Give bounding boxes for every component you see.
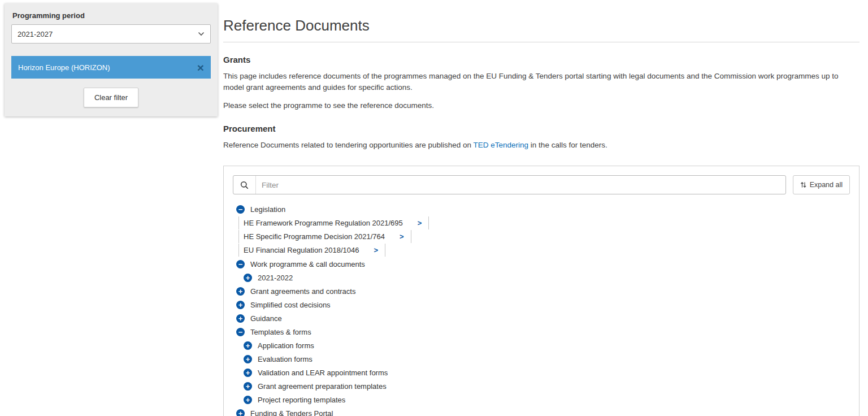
plus-circle-icon[interactable]: +	[244, 341, 252, 350]
doc-label: HE Specific Programme Decision 2021/764	[244, 232, 393, 241]
selected-programme-chip[interactable]: Horizon Europe (HORIZON) ×	[11, 56, 211, 79]
tree-node-label: Application forms	[258, 341, 314, 350]
tree-node-grant-agreements[interactable]: + Grant agreements and contracts	[236, 284, 850, 298]
tree-node-grant-prep-templates[interactable]: + Grant agreement preparation templates	[244, 379, 850, 393]
expand-all-icon	[800, 181, 806, 188]
minus-circle-icon[interactable]: −	[236, 205, 245, 214]
tree-node-project-reporting-templates[interactable]: + Project reporting templates	[244, 393, 850, 406]
procurement-text-after: in the calls for tenders.	[528, 141, 607, 149]
tree-node-application-forms[interactable]: + Application forms	[244, 339, 850, 352]
search-button[interactable]	[233, 176, 256, 194]
reference-documents-panel: Expand all − Legislation HE Framework Pr…	[223, 166, 860, 416]
tree-node-legislation[interactable]: − Legislation	[236, 202, 850, 216]
programming-period-value: 2021-2027	[18, 30, 53, 38]
tree-node-label: Project reporting templates	[258, 396, 345, 404]
tree-node-validation-lear-forms[interactable]: + Validation and LEAR appointment forms	[244, 366, 850, 379]
plus-circle-icon[interactable]: +	[236, 301, 245, 309]
tree-doc-he-specific-decision[interactable]: HE Specific Programme Decision 2021/764 …	[238, 230, 850, 243]
plus-circle-icon[interactable]: +	[244, 396, 252, 404]
tree-node-label: Legislation	[250, 205, 285, 214]
page-title: Reference Documents	[223, 17, 860, 34]
tree-node-work-programme[interactable]: − Work programme & call documents	[236, 257, 850, 271]
expand-all-label: Expand all	[810, 181, 843, 189]
tree-node-evaluation-forms[interactable]: + Evaluation forms	[244, 352, 850, 366]
doc-label: HE Framework Programme Regulation 2021/6…	[244, 219, 411, 227]
plus-circle-icon[interactable]: +	[244, 274, 252, 282]
plus-circle-icon[interactable]: +	[244, 355, 252, 363]
tree-node-label: 2021-2022	[258, 274, 293, 282]
tree-node-label: Work programme & call documents	[250, 260, 365, 268]
main-content: Reference Documents Grants This page inc…	[223, 17, 860, 416]
chevron-right-icon[interactable]: >	[367, 244, 386, 257]
grants-heading: Grants	[223, 55, 860, 64]
tree-node-label: Guidance	[250, 314, 282, 323]
procurement-text-before: Reference Documents related to tendering…	[223, 141, 474, 149]
tree-node-guidance[interactable]: + Guidance	[236, 311, 850, 325]
plus-circle-icon[interactable]: +	[236, 287, 245, 296]
tree-doc-he-framework-regulation[interactable]: HE Framework Programme Regulation 2021/6…	[238, 216, 850, 229]
plus-circle-icon[interactable]: +	[236, 314, 245, 323]
chevron-right-icon[interactable]: >	[393, 230, 411, 243]
title-divider	[223, 42, 860, 42]
plus-circle-icon[interactable]: +	[244, 369, 252, 377]
chevron-right-icon[interactable]: >	[411, 216, 429, 229]
select-programme-text: Please select the programme to see the r…	[223, 100, 860, 111]
doc-item: HE Framework Programme Regulation 2021/6…	[238, 216, 411, 229]
ted-etendering-link[interactable]: TED eTendering	[474, 141, 529, 149]
documents-tree: − Legislation HE Framework Programme Reg…	[233, 202, 850, 416]
procurement-heading: Procurement	[223, 124, 860, 133]
tree-node-templates-forms[interactable]: − Templates & forms	[236, 325, 850, 339]
tree-node-label: Templates & forms	[250, 328, 311, 336]
tree-node-funding-tenders-portal[interactable]: + Funding & Tenders Portal	[236, 406, 850, 416]
close-icon[interactable]: ×	[197, 62, 204, 73]
tree-node-simplified-cost[interactable]: + Simplified cost decisions	[236, 298, 850, 311]
search-icon	[240, 181, 249, 189]
tree-node-2021-2022[interactable]: + 2021-2022	[244, 271, 850, 284]
tree-doc-eu-financial-regulation[interactable]: EU Financial Regulation 2018/1046 >	[238, 244, 850, 257]
plus-circle-icon[interactable]: +	[236, 409, 245, 416]
doc-item: EU Financial Regulation 2018/1046	[238, 244, 367, 257]
doc-item: HE Specific Programme Decision 2021/764	[238, 230, 393, 243]
expand-all-button[interactable]: Expand all	[793, 175, 850, 194]
minus-circle-icon[interactable]: −	[236, 328, 245, 336]
tree-node-label: Validation and LEAR appointment forms	[258, 369, 388, 377]
filter-box	[233, 175, 786, 194]
tree-node-label: Grant agreements and contracts	[250, 287, 355, 296]
minus-circle-icon[interactable]: −	[236, 260, 245, 268]
chevron-down-icon	[193, 32, 205, 36]
tree-node-label: Simplified cost decisions	[250, 301, 331, 309]
filter-input[interactable]	[256, 176, 785, 194]
procurement-paragraph: Reference Documents related to tendering…	[223, 140, 860, 151]
programming-period-panel: Programming period 2021-2027 Horizon Eur…	[5, 3, 218, 116]
tree-node-label: Evaluation forms	[258, 355, 313, 363]
doc-label: EU Financial Regulation 2018/1046	[244, 246, 367, 254]
clear-filter-button[interactable]: Clear filter	[84, 88, 138, 107]
tree-node-label: Grant agreement preparation templates	[258, 382, 387, 391]
programming-period-select[interactable]: 2021-2027	[11, 24, 211, 44]
tree-node-label: Funding & Tenders Portal	[250, 409, 333, 416]
plus-circle-icon[interactable]: +	[244, 382, 252, 391]
programming-period-label: Programming period	[12, 11, 210, 20]
grants-paragraph: This page includes reference documents o…	[223, 71, 860, 94]
selected-programme-label: Horizon Europe (HORIZON)	[18, 63, 110, 72]
